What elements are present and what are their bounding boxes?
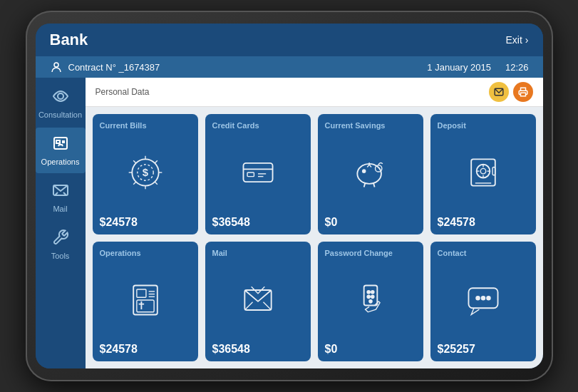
svg-line-19 [155, 182, 158, 185]
svg-rect-43 [136, 289, 145, 297]
sidebar-item-consultation[interactable]: Consultation [36, 81, 86, 126]
svg-point-54 [367, 295, 370, 298]
card-icon-savings [325, 133, 416, 213]
svg-point-55 [371, 295, 373, 298]
card-icon-password [325, 260, 416, 341]
svg-line-49 [244, 302, 252, 310]
svg-rect-40 [492, 167, 495, 175]
email-action-icon [494, 87, 504, 97]
main-area: Consultation Operations [36, 78, 543, 368]
card-icon-operations [100, 260, 191, 341]
content-area: Personal Data [86, 78, 543, 368]
svg-rect-47 [136, 300, 153, 312]
svg-point-1 [58, 93, 63, 99]
eye-icon [52, 88, 69, 108]
time: 12:26 [505, 62, 529, 73]
tablet-screen: Bank Exit › Contract N° _1674387 1 Janua… [36, 24, 543, 368]
svg-line-21 [133, 182, 136, 185]
card-credit-cards[interactable]: Credit Cards $36548 [205, 114, 311, 234]
svg-line-20 [155, 160, 158, 163]
card-current-savings[interactable]: Current Savings [318, 114, 423, 234]
datetime: 1 January 2015 12:26 [427, 62, 528, 73]
card-current-bills[interactable]: Current Bills $ [93, 114, 198, 234]
svg-point-60 [487, 296, 490, 300]
sub-header: Contract N° _1674387 1 January 2015 12:2… [36, 56, 543, 78]
svg-rect-33 [471, 160, 495, 186]
app-title: Bank [50, 31, 88, 49]
svg-rect-10 [520, 93, 525, 96]
cards-grid: Current Bills $ [86, 107, 543, 368]
tools-icon [52, 229, 69, 249]
svg-line-50 [263, 302, 271, 310]
svg-point-0 [54, 63, 58, 67]
card-deposit[interactable]: Deposit [430, 114, 536, 234]
svg-point-31 [362, 170, 365, 173]
card-contact[interactable]: Contact $25257 [430, 242, 536, 362]
breadcrumb: Personal Data [96, 87, 150, 97]
card-icon-contact [438, 260, 529, 341]
sidebar: Consultation Operations [36, 78, 86, 368]
card-icon-bills: $ [100, 133, 191, 213]
content-header: Personal Data [86, 78, 543, 107]
svg-point-58 [476, 296, 480, 300]
print-action-icon [518, 87, 528, 97]
sidebar-item-operations[interactable]: Operations [36, 128, 86, 173]
person-icon [50, 61, 63, 73]
sidebar-item-mail[interactable]: Mail [36, 175, 86, 220]
header-actions [489, 82, 533, 102]
email-action-button[interactable] [489, 82, 509, 102]
svg-rect-3 [56, 140, 60, 143]
card-operations[interactable]: Operations [93, 242, 198, 362]
exit-button[interactable]: Exit › [505, 34, 528, 46]
svg-point-27 [357, 164, 381, 184]
card-icon-credit [212, 133, 304, 213]
mail-icon [52, 182, 69, 202]
contract-info: Contract N° _1674387 [50, 61, 160, 73]
sidebar-item-tools[interactable]: Tools [36, 222, 86, 267]
header: Bank Exit › [36, 24, 543, 56]
date: 1 January 2015 [427, 62, 491, 73]
svg-text:$: $ [142, 166, 148, 178]
svg-rect-24 [247, 172, 254, 177]
svg-point-53 [371, 291, 373, 294]
svg-point-35 [480, 169, 485, 174]
svg-line-18 [133, 160, 136, 163]
card-mail[interactable]: Mail $36548 [205, 242, 311, 362]
card-icon-deposit [438, 133, 529, 213]
print-action-button[interactable] [513, 82, 533, 102]
atm-icon [52, 135, 69, 155]
svg-point-52 [367, 291, 370, 294]
card-password-change[interactable]: Password Change [318, 242, 423, 362]
card-icon-mail [212, 260, 304, 341]
svg-point-59 [481, 296, 485, 300]
tablet-device: Bank Exit › Contract N° _1674387 1 Janua… [26, 11, 553, 381]
svg-point-56 [369, 300, 372, 303]
